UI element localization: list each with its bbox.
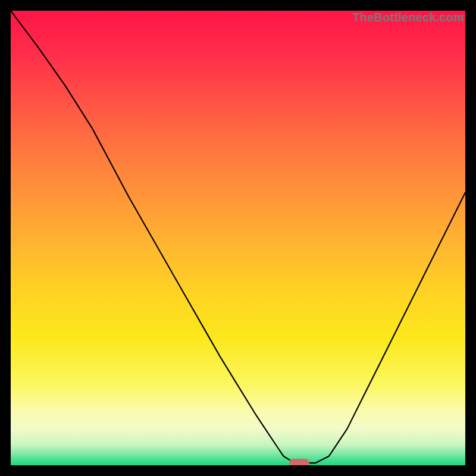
plot-area: TheBottleneck.com <box>11 11 465 465</box>
gradient-background <box>11 11 465 465</box>
optimal-marker <box>289 459 309 465</box>
watermark-text: TheBottleneck.com <box>352 11 464 24</box>
chart-svg <box>11 11 465 465</box>
chart-frame: TheBottleneck.com <box>0 0 476 476</box>
